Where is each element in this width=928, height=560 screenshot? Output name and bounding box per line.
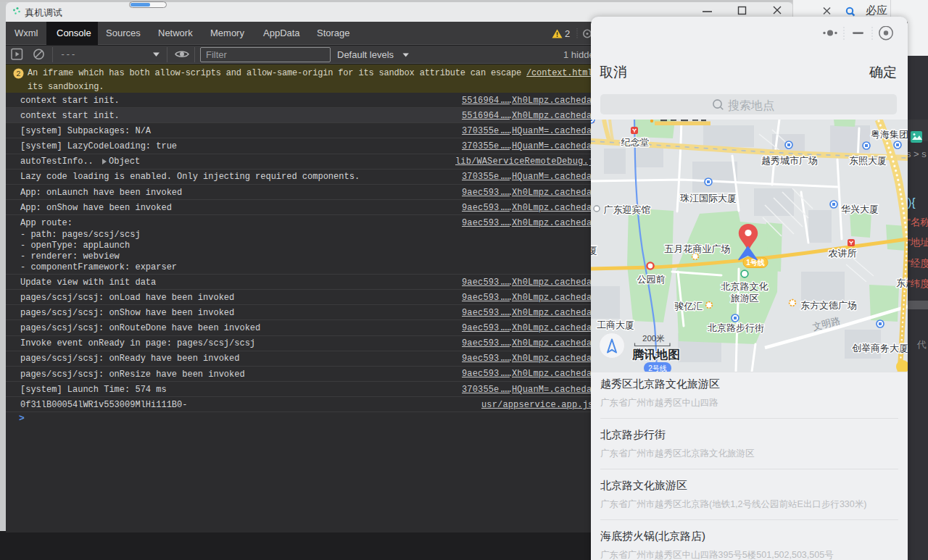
- svg-text:"地址: "地址: [908, 237, 928, 248]
- svg-text:厦: 厦: [591, 245, 597, 256]
- svg-text:珠江国际大厦: 珠江国际大厦: [680, 193, 737, 204]
- svg-text:北京路步行街: 北京路步行街: [708, 322, 764, 333]
- svg-text:公园前: 公园前: [637, 274, 666, 285]
- svg-text:广东迎宾馆: 广东迎宾馆: [604, 204, 651, 215]
- svg-text:粤海集团: 粤海集团: [871, 129, 908, 140]
- svg-text:五月花商业广场: 五月花商业广场: [665, 243, 731, 254]
- svg-text:"纬度: "纬度: [908, 278, 928, 289]
- svg-text:东越: 东越: [896, 277, 908, 288]
- svg-text:北京路文化: 北京路文化: [721, 281, 768, 292]
- svg-text:2: 2: [16, 70, 20, 78]
- svg-text:s > s: s > s: [908, 149, 927, 159]
- svg-text:华兴大厦: 华兴大厦: [841, 204, 879, 214]
- svg-text:2: 2: [565, 28, 570, 39]
- svg-text:创举商务大厦: 创举商务大厦: [852, 343, 908, 354]
- svg-text:2号线: 2号线: [648, 364, 667, 372]
- svg-text:纪念堂: 纪念堂: [621, 137, 650, 148]
- svg-text:工商大厦: 工商大厦: [597, 319, 634, 330]
- svg-text:旅游区: 旅游区: [731, 293, 759, 304]
- svg-text:---: ---: [60, 50, 76, 60]
- svg-text:200米: 200米: [642, 334, 665, 343]
- svg-text:"名称: "名称: [908, 217, 928, 227]
- svg-text:农讲所: 农讲所: [829, 248, 857, 259]
- svg-text:代: 代: [916, 339, 927, 350]
- svg-text:东方文德广场: 东方文德广场: [800, 300, 857, 311]
- svg-text:腾讯地图: 腾讯地图: [631, 348, 680, 361]
- svg-text:骏亿汇: 骏亿汇: [675, 301, 703, 312]
- svg-text:"经度: "经度: [908, 258, 928, 269]
- svg-text:){: ){: [908, 196, 916, 209]
- svg-text:越秀城市广场: 越秀城市广场: [761, 155, 818, 166]
- svg-text:东照大厦: 东照大厦: [849, 155, 887, 166]
- svg-text:1号线: 1号线: [746, 259, 765, 267]
